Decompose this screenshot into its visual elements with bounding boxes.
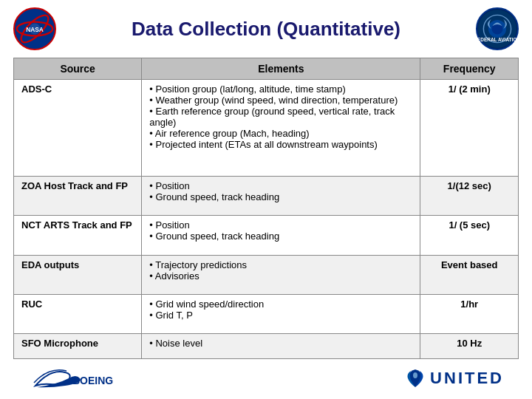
element-item: Position group (lat/long, altitude, time… — [149, 83, 412, 95]
table-header-row: Source Elements Frequency — [14, 58, 519, 80]
cell-source: NCT ARTS Track and FP — [14, 216, 142, 255]
svg-text:BOEING: BOEING — [72, 375, 113, 386]
cell-elements: Grid wind speed/directionGrid T, P — [142, 294, 420, 333]
cell-frequency: 10 Hz — [420, 334, 519, 359]
element-item: Ground speed, track heading — [149, 191, 412, 202]
footer: BOEING UNITED — [13, 365, 519, 392]
cell-elements: Position group (lat/long, altitude, time… — [142, 80, 420, 177]
cell-source: EDA outputs — [14, 255, 142, 294]
table-row: ZOA Host Track and FPPositionGround spee… — [14, 177, 519, 216]
header: NASA Data Collection (Quantitative) FEDE… — [13, 7, 519, 50]
element-item: Position — [149, 180, 412, 191]
nasa-logo-svg: NASA — [15, 7, 55, 50]
element-item: Air reference group (Mach, heading) — [149, 128, 412, 139]
table-row: ADS-CPosition group (lat/long, altitude,… — [14, 80, 519, 177]
table-row: EDA outputsTrajectory predictionsAdvisor… — [14, 255, 519, 294]
cell-elements: Trajectory predictionsAdvisories — [142, 255, 420, 294]
col-header-frequency: Frequency — [420, 58, 519, 80]
svg-point-11 — [413, 372, 417, 378]
element-item: Position — [149, 219, 412, 231]
cell-frequency: 1/hr — [420, 294, 519, 333]
element-item: Projected intent (ETAs at all downstream… — [149, 139, 412, 150]
cell-source: RUC — [14, 294, 142, 333]
boeing-logo: BOEING — [28, 365, 117, 392]
page-title: Data Collection (Quantitative) — [56, 18, 476, 41]
element-item: Grid T, P — [149, 310, 412, 321]
cell-source: ZOA Host Track and FP — [14, 177, 142, 216]
cell-source: ADS-C — [14, 80, 142, 177]
cell-elements: PositionGround speed, track heading — [142, 216, 420, 255]
element-item: Noise level — [149, 338, 412, 349]
cell-frequency: Event based — [420, 255, 519, 294]
element-item: Ground speed, track heading — [149, 231, 412, 242]
svg-text:FEDERAL AVIATION: FEDERAL AVIATION — [477, 37, 517, 42]
element-item: Advisories — [149, 270, 412, 282]
col-header-source: Source — [14, 58, 142, 80]
cell-frequency: 1/ (2 min) — [420, 80, 519, 177]
element-item: Earth reference group (ground speed, ver… — [149, 106, 412, 128]
page: NASA Data Collection (Quantitative) FEDE… — [0, 0, 532, 399]
cell-elements: Noise level — [142, 334, 420, 359]
faa-logo-svg: FEDERAL AVIATION — [477, 7, 517, 50]
faa-logo: FEDERAL AVIATION — [476, 7, 519, 50]
table-row: RUCGrid wind speed/directionGrid T, P1/h… — [14, 294, 519, 333]
svg-text:NASA: NASA — [26, 26, 44, 33]
table-row: NCT ARTS Track and FPPositionGround spee… — [14, 216, 519, 255]
data-table: Source Elements Frequency ADS-CPosition … — [13, 58, 519, 359]
col-header-elements: Elements — [142, 58, 420, 80]
united-label: UNITED — [430, 369, 504, 388]
united-logo: UNITED — [403, 366, 504, 390]
cell-source: SFO Microphone — [14, 334, 142, 359]
cell-elements: PositionGround speed, track heading — [142, 177, 420, 216]
cell-frequency: 1/ (5 sec) — [420, 216, 519, 255]
cell-frequency: 1/(12 sec) — [420, 177, 519, 216]
element-item: Grid wind speed/direction — [149, 299, 412, 310]
table-row: SFO MicrophoneNoise level10 Hz — [14, 334, 519, 359]
united-tulip-icon — [403, 366, 427, 390]
element-item: Trajectory predictions — [149, 259, 412, 270]
element-item: Weather group (wind speed, wind directio… — [149, 95, 412, 106]
nasa-logo: NASA — [13, 7, 56, 50]
